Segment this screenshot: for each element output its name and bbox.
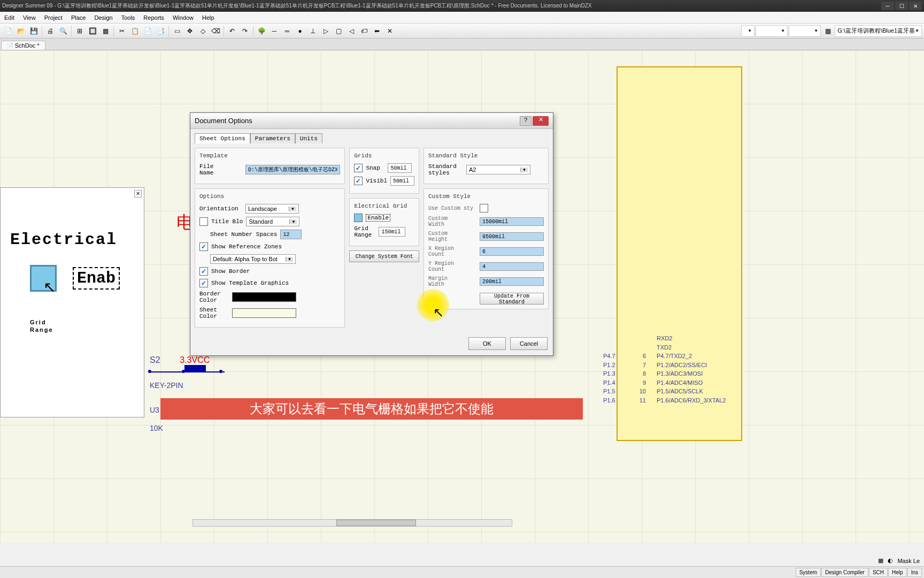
tool-save[interactable]: 💾 [28,25,40,37]
tool-noconnect[interactable]: ✕ [384,25,396,37]
button-update-standard[interactable]: Update From Standard [480,293,544,305]
status-system[interactable]: System [796,568,821,577]
group-electrical-grid: Electrical Grid Enable Grid Range [349,198,419,246]
tool-open[interactable]: 📂 [15,25,27,37]
button-ok[interactable]: OK [468,337,506,350]
scrollbar-thumb[interactable] [336,520,416,526]
tab-schdoc[interactable]: 📄 SchDoc * [1,41,45,50]
tool-preview[interactable]: 🔍 [57,25,69,37]
button-change-font[interactable]: Change System Font [349,250,419,262]
close-button[interactable]: ✕ [909,2,922,10]
tool-zoom-area[interactable]: 🔲 [87,25,98,37]
checkbox-snap[interactable]: ✓ [354,164,363,172]
tool-wire[interactable]: ─ [268,25,280,37]
grid-icon[interactable]: ▦ [878,557,883,564]
input-margin[interactable] [480,277,544,286]
dropdown-title-block[interactable]: Standard▼ [246,217,299,226]
input-snap[interactable] [388,163,412,173]
checkbox-ref-zones[interactable]: ✓ [199,242,208,251]
tool-mode-drop[interactable]: ▼ [741,25,754,37]
tool-clear[interactable]: ⌫ [210,25,221,37]
dialog-titlebar[interactable]: Document Options ? ✕ [190,113,553,129]
checkbox-use-custom[interactable] [480,204,488,212]
horizontal-scrollbar[interactable] [192,519,512,527]
tool-junction[interactable]: ● [294,25,306,37]
status-design-compiler[interactable]: Design Compiler [821,568,868,577]
mask-icon[interactable]: ◐ [888,557,893,564]
menu-place[interactable]: Place [67,13,90,22]
menu-reports[interactable]: Reports [139,13,168,22]
label-s2: S2 [150,355,160,364]
tool-cut[interactable]: ✂ [116,25,128,37]
dropdown-std-style[interactable]: A2▼ [466,165,530,174]
tool-move[interactable]: ✥ [184,25,196,37]
tool-select[interactable]: ▭ [171,25,183,37]
input-y-region[interactable] [480,262,544,271]
dialog-close-button[interactable]: ✕ [533,116,549,126]
tool-grid-icon[interactable]: ▦ [822,25,834,37]
status-sch[interactable]: SCH [869,568,888,577]
menu-design[interactable]: Design [90,13,117,22]
dropdown-orientation[interactable]: Landscape▼ [245,204,299,214]
tool-new[interactable]: 📄 [2,25,14,37]
minimize-button[interactable]: ─ [881,2,894,10]
tab-units[interactable]: Units [295,133,322,143]
tool-redo[interactable]: ↷ [239,25,251,37]
tool-offsheet[interactable]: ⬅ [371,25,383,37]
menu-view[interactable]: View [19,13,40,22]
menu-window[interactable]: Window [168,13,198,22]
tool-zoom-select[interactable]: ▦ [99,25,111,37]
checkbox-electrical-enable[interactable] [354,214,363,222]
tool-power[interactable]: ⊥ [307,25,319,37]
tool-stamp[interactable]: 📑 [155,25,166,37]
status-ins[interactable]: Ins [907,568,922,577]
input-grid-range[interactable] [379,227,405,237]
swatch-border-color[interactable] [232,292,296,302]
tool-part[interactable]: ▷ [320,25,332,37]
tool-browse-drop[interactable]: ▼ [756,25,788,37]
input-custom-height[interactable] [480,232,544,241]
tab-sheet-options[interactable]: Sheet Options [195,133,250,143]
menu-project[interactable]: Project [40,13,67,22]
tool-hierarchy[interactable]: 🌳 [256,25,267,37]
tool-bus[interactable]: ═ [281,25,293,37]
checkbox-show-template[interactable]: ✓ [199,279,208,287]
status-help[interactable]: Help [888,568,907,577]
tool-lib-drop[interactable]: ▼ [789,25,821,37]
menu-tools[interactable]: Tools [117,13,140,22]
dropdown-ref-zones[interactable]: Default: Alpha Top to Bot▼ [210,254,296,264]
label-custom-width: Custom Width [428,216,476,227]
checkbox-visible[interactable]: ✓ [354,177,363,185]
tool-port[interactable]: ◁ [345,25,357,37]
tool-undo[interactable]: ↶ [226,25,238,37]
menu-help[interactable]: Help [198,13,219,22]
input-sheet-num[interactable] [280,230,302,239]
tool-print[interactable]: 🖨 [44,25,56,37]
tool-path[interactable]: G:\蓝牙培训教程\Blue1蓝牙基▼ [835,25,922,37]
button-cancel[interactable]: Cancel [510,337,548,350]
menu-edit[interactable]: Edit [0,13,19,22]
signal-row: P1.38P1.3/ADC3/MOSI [603,369,774,378]
signal-row: P1.510P1.5/ADC5/SCLK [603,387,774,396]
label-key2pin: KEY-2PIN [150,381,210,390]
zoom-close-button[interactable]: ✕ [134,190,142,197]
checkbox-show-border[interactable]: ✓ [199,267,208,276]
tab-parameters[interactable]: Parameters [250,133,295,143]
input-visible[interactable] [390,176,414,186]
tool-copy[interactable]: 📋 [129,25,141,37]
checkbox-title-block[interactable] [199,217,208,226]
tool-netlabel[interactable]: 🏷 [358,25,370,37]
label-custom-height: Custom Height [428,231,476,242]
input-file-name[interactable] [245,165,340,174]
tool-paste[interactable]: 📄 [142,25,153,37]
zoom-enable-label: Enab [73,267,120,290]
dialog-help-button[interactable]: ? [520,116,532,126]
maximize-button[interactable]: ☐ [895,2,908,10]
input-x-region[interactable] [480,247,544,256]
zoom-enable-checkbox[interactable]: ↖ [30,265,57,292]
tool-deselect[interactable]: ◇ [197,25,209,37]
input-custom-width[interactable] [480,217,544,226]
tool-zoom-fit[interactable]: ⊞ [74,25,86,37]
tool-sheet[interactable]: ▢ [333,25,344,37]
swatch-sheet-color[interactable] [232,308,296,318]
